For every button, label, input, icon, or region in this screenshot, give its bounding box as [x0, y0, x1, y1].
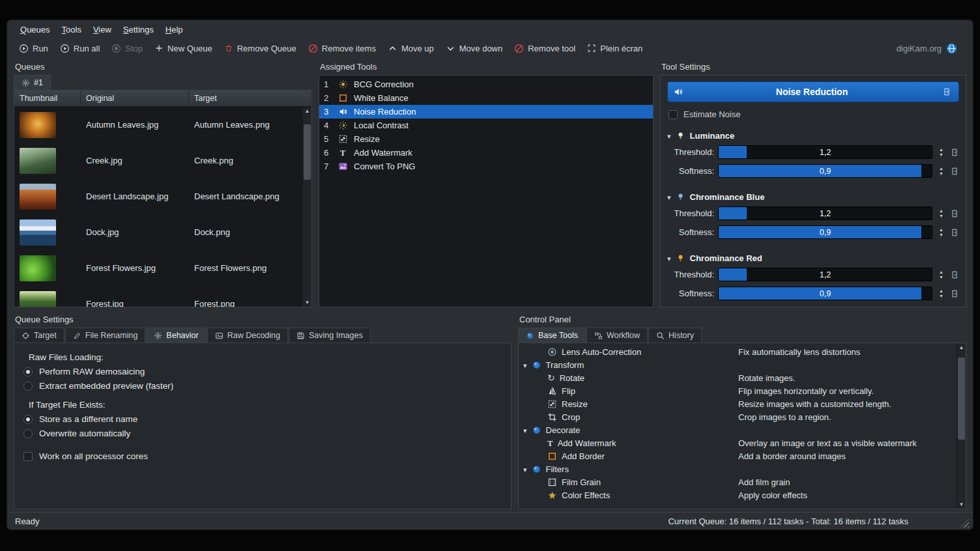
reset-value-button[interactable]	[950, 270, 959, 279]
assigned-tool-row[interactable]: 2 White Balance	[319, 91, 653, 105]
move-up-button[interactable]: Move up	[382, 41, 439, 56]
tab-saving-images[interactable]: Saving Images	[289, 328, 371, 343]
assigned-tool-row[interactable]: 7 Convert To PNG	[319, 160, 653, 173]
radio-perform-raw-demosaicing[interactable]: Perform RAW demosaicing	[23, 367, 502, 376]
spin-down-icon[interactable]	[936, 233, 946, 238]
scroll-track[interactable]	[957, 352, 966, 501]
tab-history[interactable]: History	[648, 328, 702, 343]
scroll-up-icon[interactable]	[959, 344, 964, 352]
tree-item-film-grain[interactable]: Film Grain Add film grain	[519, 475, 957, 488]
radio-icon[interactable]	[23, 429, 33, 438]
col-thumbnail[interactable]: Thumbnail	[14, 91, 81, 106]
menu-queues[interactable]: Queues	[15, 23, 55, 36]
spin-up-icon[interactable]	[936, 208, 946, 214]
scroll-thumb[interactable]	[304, 124, 311, 180]
assigned-tool-row[interactable]: 6 Add Watermark	[319, 146, 653, 160]
fullscreen-button[interactable]: Plein écran	[582, 41, 648, 56]
tree-category-decorate[interactable]: Decorate	[519, 423, 957, 436]
threshold-slider[interactable]: 1,2	[718, 206, 932, 220]
reset-value-button[interactable]	[950, 167, 959, 176]
spin-down-icon[interactable]	[936, 294, 946, 299]
remove-queue-button[interactable]: Remove Queue	[219, 41, 302, 56]
softness-slider[interactable]: 0,9	[718, 287, 932, 300]
expander-icon[interactable]	[523, 360, 527, 370]
softness-slider[interactable]: 0,9	[718, 225, 932, 239]
assigned-tool-row[interactable]: 1 BCG Correction	[319, 78, 653, 91]
remove-tool-button[interactable]: Remove tool	[509, 41, 581, 56]
radio-overwrite-automatically[interactable]: Overwrite automatically	[23, 429, 502, 438]
resize-grip[interactable]	[960, 519, 969, 528]
scroll-up-icon[interactable]	[305, 107, 310, 115]
radio-icon[interactable]	[23, 382, 33, 391]
reset-value-button[interactable]	[950, 148, 959, 157]
tab-behavior[interactable]: Behavior	[146, 328, 206, 343]
col-original[interactable]: Original	[81, 91, 189, 106]
spin-down-icon[interactable]	[936, 214, 946, 219]
spin-down-icon[interactable]	[936, 152, 946, 158]
tab-base-tools[interactable]: Base Tools	[518, 328, 586, 343]
section-chrominance-red-header[interactable]: Chrominance Red	[667, 252, 959, 268]
tree-item-add-watermark[interactable]: Add Watermark Overlay an image or text a…	[519, 436, 957, 449]
spinbox[interactable]	[936, 147, 946, 158]
scroll-track[interactable]	[303, 115, 311, 299]
threshold-slider[interactable]: 1,2	[718, 145, 932, 159]
radio-extract-embedded-preview[interactable]: Extract embedded preview (faster)	[23, 381, 502, 391]
radio-selected-icon[interactable]	[23, 415, 33, 424]
col-target[interactable]: Target	[189, 91, 311, 106]
radio-store-different-name[interactable]: Store as a different name	[23, 414, 502, 424]
run-all-button[interactable]: Run all	[55, 41, 105, 56]
queue-row[interactable]: Dock.jpg Dock.png	[14, 214, 303, 250]
spin-up-icon[interactable]	[936, 147, 946, 152]
spin-up-icon[interactable]	[936, 289, 946, 294]
control-panel-scrollbar[interactable]	[957, 344, 966, 509]
spinbox[interactable]	[936, 227, 946, 238]
spin-down-icon[interactable]	[936, 171, 946, 177]
softness-slider[interactable]: 0,9	[718, 164, 932, 178]
tab-raw-decoding[interactable]: Raw Decoding	[207, 328, 288, 343]
radio-selected-icon[interactable]	[23, 367, 33, 376]
reset-value-button[interactable]	[950, 289, 959, 298]
tree-item-flip[interactable]: Flip Flip images horizontally or vertica…	[519, 384, 957, 397]
tree-item-rotate[interactable]: Rotate Rotate images.	[519, 371, 957, 384]
reset-value-button[interactable]	[950, 209, 959, 218]
queue-row[interactable]: Forest Flowers.jpg Forest Flowers.png	[14, 250, 303, 286]
spin-up-icon[interactable]	[936, 270, 946, 275]
run-button[interactable]: Run	[14, 41, 53, 56]
checkbox-work-all-cores[interactable]: Work on all processor cores	[23, 451, 502, 461]
threshold-slider[interactable]: 1,2	[718, 268, 932, 281]
spin-up-icon[interactable]	[936, 166, 946, 171]
scroll-down-icon[interactable]	[959, 501, 964, 509]
tab-workflow[interactable]: Workflow	[586, 328, 648, 343]
tab-file-renaming[interactable]: File Renaming	[65, 328, 146, 343]
menu-settings[interactable]: Settings	[118, 23, 159, 36]
remove-items-button[interactable]: Remove items	[303, 41, 381, 56]
assigned-tool-row[interactable]: 5 Resize	[319, 132, 653, 146]
checkbox-icon[interactable]	[23, 452, 33, 461]
queue-row[interactable]: Forest.jpg Forest.png	[14, 286, 303, 307]
queue-row[interactable]: Creek.jpg Creek.png	[14, 143, 303, 178]
queue-tab-1[interactable]: #1	[14, 75, 51, 90]
tree-category-transform[interactable]: Transform	[519, 358, 957, 371]
new-queue-button[interactable]: New Queue	[149, 41, 218, 56]
menu-view[interactable]: View	[88, 23, 117, 36]
section-luminance-header[interactable]: Luminance	[667, 130, 959, 145]
scroll-thumb[interactable]	[958, 358, 965, 440]
tree-item-add-border[interactable]: Add Border Add a border around images	[519, 449, 957, 462]
spin-down-icon[interactable]	[936, 275, 946, 280]
spin-up-icon[interactable]	[936, 227, 946, 233]
reset-value-button[interactable]	[950, 228, 959, 237]
tree-item-color-effects[interactable]: Color Effects Apply color effects	[519, 488, 957, 502]
queue-row[interactable]: Desert Landscape.jpg Desert Landscape.pn…	[14, 178, 303, 214]
queues-scrollbar[interactable]	[302, 107, 311, 307]
scroll-down-icon[interactable]	[305, 299, 310, 307]
queue-row[interactable]: Autumn Leaves.jpg Autumn Leaves.png	[14, 107, 303, 143]
spinbox[interactable]	[936, 166, 946, 177]
estimate-noise-checkbox[interactable]	[669, 110, 678, 119]
expander-icon[interactable]	[523, 425, 527, 435]
spinbox[interactable]	[936, 289, 946, 299]
spinbox[interactable]	[936, 270, 946, 280]
assigned-tool-row-selected[interactable]: 3 Noise Reduction	[319, 105, 653, 119]
spinbox[interactable]	[936, 208, 946, 219]
expander-icon[interactable]	[523, 464, 527, 474]
tree-item-resize[interactable]: Resize Resize images with a customized l…	[519, 397, 957, 410]
